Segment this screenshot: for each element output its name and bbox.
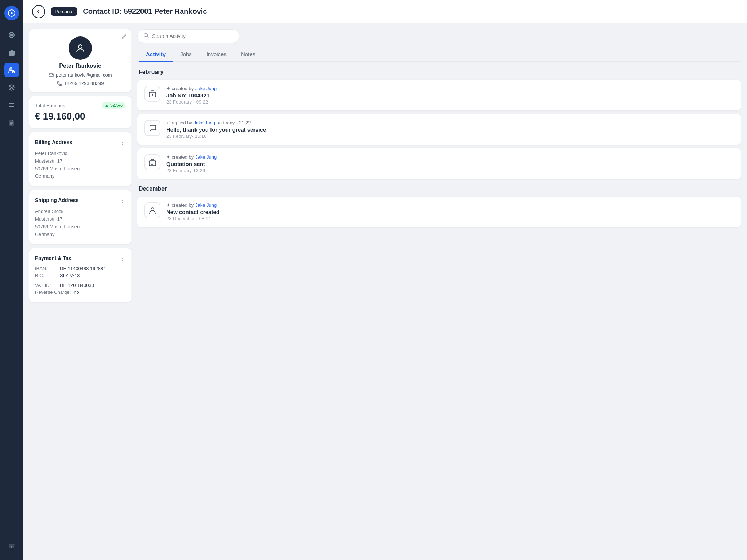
- activity-item: ✦ created by Jake Jung New contact creat…: [137, 197, 741, 227]
- activity-item: ✦ created by Jake Jung Job No: 1004921 2…: [137, 80, 741, 110]
- earnings-card: Total Earnings ▲ 52.5% € 19.160,00: [29, 96, 131, 128]
- svg-rect-8: [49, 74, 53, 77]
- payment-tax-card: Payment & Tax ⋮ IBAN: DE 11400488 192884…: [29, 248, 131, 302]
- activity-icon-briefcase: [144, 86, 160, 102]
- svg-point-2: [10, 68, 12, 70]
- reverse-charge-row: Reverse Charge: no: [35, 289, 125, 295]
- sidebar-item-jobs[interactable]: [4, 45, 19, 60]
- activity-title: Job No: 1004921: [166, 92, 217, 98]
- tab-notes[interactable]: Notes: [234, 47, 263, 62]
- profile-phone: +4269 1293 48299: [57, 81, 104, 86]
- activity-meta: ↩ replied by Jake Jung on today - 21:22: [166, 120, 268, 125]
- profile-name: Peter Rankovic: [59, 63, 101, 69]
- edit-icon[interactable]: [121, 34, 127, 41]
- payment-tax-title: Payment & Tax: [35, 255, 71, 261]
- activity-item: ↩ replied by Jake Jung on today - 21:22 …: [137, 114, 741, 145]
- search-area: [137, 29, 741, 43]
- topbar-title: Contact ID: 5922001 Peter Rankovic: [83, 7, 207, 16]
- shipping-address-title: Shipping Address: [35, 197, 78, 203]
- payment-tax-menu[interactable]: ⋮: [119, 254, 125, 262]
- shipping-address-card: Shipping Address ⋮ Andrea Stock Musterst…: [29, 190, 131, 244]
- tab-invoices[interactable]: Invoices: [199, 47, 234, 62]
- svg-point-7: [78, 45, 82, 48]
- earnings-badge: ▲ 52.5%: [102, 102, 125, 109]
- activity-title: Quotation sent: [166, 161, 217, 167]
- activity-item: ✦ created by Jake Jung Quotation sent 23…: [137, 148, 741, 179]
- activity-icon-chat: [144, 120, 160, 136]
- search-bar[interactable]: [137, 29, 239, 43]
- activity-meta: ✦ created by Jake Jung: [166, 86, 217, 91]
- badge-personal: Personal: [51, 7, 77, 16]
- iban-row: IBAN: DE 11400488 192884: [35, 266, 125, 271]
- month-december: December: [137, 183, 741, 197]
- topbar: Personal Contact ID: 5922001 Peter Ranko…: [23, 0, 747, 23]
- earnings-label: Total Earnings: [35, 103, 65, 108]
- sidebar-item-settings[interactable]: [4, 540, 19, 554]
- svg-point-9: [144, 33, 148, 37]
- sidebar: [0, 0, 23, 560]
- sidebar-item-dashboard[interactable]: [4, 28, 19, 42]
- tab-jobs[interactable]: Jobs: [173, 47, 199, 62]
- search-input[interactable]: [152, 33, 233, 39]
- avatar: [69, 36, 92, 60]
- billing-address-card: Billing Address ⋮ Peter Rankovic Musters…: [29, 132, 131, 186]
- activity-time: 23 December - 08:14: [166, 216, 220, 221]
- activity-meta: ✦ created by Jake Jung: [166, 202, 220, 208]
- bic-row: BIC: SLYPA13: [35, 273, 125, 278]
- app-logo[interactable]: [4, 6, 19, 20]
- main-area: Personal Contact ID: 5922001 Peter Ranko…: [23, 0, 747, 560]
- tab-activity[interactable]: Activity: [139, 47, 173, 62]
- svg-rect-6: [9, 106, 14, 107]
- billing-address-text: Peter Rankovic Musterstr. 17 50769 Muste…: [35, 150, 125, 180]
- search-icon: [143, 32, 149, 40]
- svg-rect-4: [9, 103, 14, 104]
- month-february: February: [137, 66, 741, 80]
- activity-time: 23 February- 15:10: [166, 133, 268, 139]
- svg-rect-5: [9, 105, 14, 105]
- shipping-address-menu[interactable]: ⋮: [119, 196, 125, 204]
- back-button[interactable]: [32, 5, 45, 18]
- activity-icon-person: [144, 202, 160, 218]
- content-area: Peter Rankovic peter.rankovic@gmail.com …: [23, 23, 747, 560]
- profile-card: Peter Rankovic peter.rankovic@gmail.com …: [29, 29, 131, 92]
- activity-title: Hello, thank you for your great service!: [166, 127, 268, 133]
- earnings-value: € 19.160,00: [35, 111, 125, 122]
- shipping-address-text: Andrea Stock Musterstr. 17 50769 Musterh…: [35, 208, 125, 238]
- left-panel: Peter Rankovic peter.rankovic@gmail.com …: [29, 29, 131, 554]
- sidebar-item-list[interactable]: [4, 98, 19, 112]
- profile-email: peter.rankovic@gmail.com: [49, 72, 112, 78]
- activity-title: New contact created: [166, 209, 220, 215]
- billing-address-menu[interactable]: ⋮: [119, 138, 125, 146]
- activity-time: 23 February 12:29: [166, 168, 217, 173]
- svg-point-16: [151, 208, 154, 211]
- activity-section: February ✦ created by: [137, 66, 741, 554]
- right-panel: Activity Jobs Invoices Notes February: [137, 29, 741, 554]
- tabs: Activity Jobs Invoices Notes: [137, 47, 741, 62]
- sidebar-item-documents[interactable]: [4, 115, 19, 130]
- vat-row: VAT ID: DE 1201840030: [35, 283, 125, 288]
- billing-address-title: Billing Address: [35, 139, 72, 145]
- activity-icon-briefcase2: [144, 154, 160, 170]
- activity-meta: ✦ created by Jake Jung: [166, 154, 217, 160]
- sidebar-item-contacts[interactable]: [4, 63, 19, 77]
- activity-time: 23 Feburary - 09:22: [166, 99, 217, 105]
- sidebar-item-layers[interactable]: [4, 80, 19, 95]
